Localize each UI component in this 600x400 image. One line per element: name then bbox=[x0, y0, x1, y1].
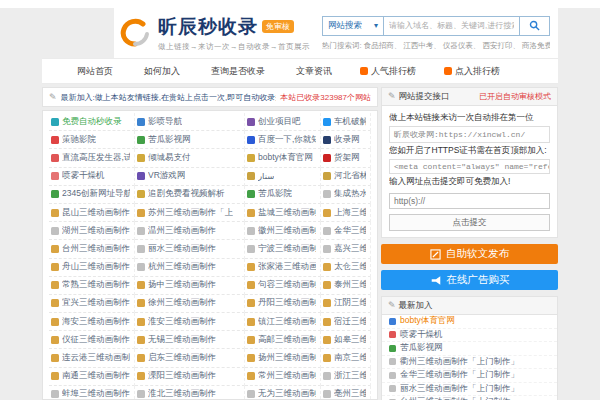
new-site-link[interactable]: 喷雾干燥机 bbox=[382, 329, 557, 343]
site-link[interactable]: 倾城易支付 bbox=[135, 149, 245, 167]
site-link[interactable]: bobty体育官网 bbox=[245, 149, 321, 167]
site-link[interactable]: 江阴三维动画制作「上 bbox=[321, 295, 371, 313]
site-link[interactable]: 金华三维动画制作「上 bbox=[321, 222, 371, 240]
site-link[interactable]: 启东三维动画制作 bbox=[135, 349, 245, 367]
url-input[interactable] bbox=[389, 193, 550, 209]
site-link[interactable]: 淮安三维动画制作 bbox=[135, 313, 245, 331]
site-link[interactable]: 镇江三维动画制作「上 bbox=[245, 313, 321, 331]
site-link[interactable]: 高邮三维动画制作「上 bbox=[245, 331, 321, 349]
favicon bbox=[323, 154, 331, 162]
site-link[interactable]: 无锡三维动画制作 bbox=[135, 331, 245, 349]
nav-item-label: 查询是否收录 bbox=[211, 65, 265, 78]
site-link[interactable]: 常熟三维动画制作「上 bbox=[49, 277, 135, 295]
site-link[interactable]: 台州三维动画制作「上 bbox=[49, 240, 135, 258]
site-link[interactable]: 河北省林业和草原局 bbox=[321, 168, 371, 186]
hot-words-list[interactable]: 食品招商、 江西中考、 仪器仪表、 西安打印、 商洛免费、 黄岛搬家、 市南搬家… bbox=[364, 41, 550, 50]
site-link[interactable]: 温州三维动画制作 bbox=[135, 222, 245, 240]
search-input[interactable] bbox=[384, 16, 520, 36]
site-link[interactable]: 宁波三维动画制作「上 bbox=[245, 240, 321, 258]
site-link-label: 收录网 bbox=[334, 134, 360, 146]
search-button[interactable] bbox=[520, 16, 550, 36]
site-link-label: 温州三维动画制作 bbox=[148, 225, 216, 237]
site-link-label: 无锡三维动画制作 bbox=[148, 334, 216, 346]
meta-code-box[interactable]: <meta content="always" name="referrer"> bbox=[389, 159, 550, 174]
site-link[interactable]: 策驰影院 bbox=[49, 131, 135, 149]
site-link[interactable]: 南通三维动画制作「上 bbox=[49, 368, 135, 386]
site-link[interactable]: 集成热水器 bbox=[321, 186, 371, 204]
site-link[interactable]: 免费自动秒收录 bbox=[49, 113, 135, 131]
site-link[interactable]: 浙江三维动画制作「上 bbox=[321, 368, 371, 386]
site-link[interactable]: 扬州三维动画制作「上 bbox=[245, 349, 321, 367]
site-link[interactable]: 太仓三维动画制作「上 bbox=[321, 259, 371, 277]
site-link[interactable]: 上海三维动画制作「上 bbox=[321, 204, 371, 222]
new-site-link[interactable]: 苦瓜影视网 bbox=[382, 342, 557, 356]
new-site-link[interactable]: 金华三维动画制作「上门制作」 bbox=[382, 369, 557, 383]
site-link[interactable]: 影喷导航 bbox=[135, 113, 245, 131]
site-link[interactable]: 苏州三维动画制作「上 bbox=[135, 204, 245, 222]
site-link[interactable]: 如皋三维动画制作「上 bbox=[321, 331, 371, 349]
search-category-select[interactable]: 网站搜索 ▾ bbox=[322, 16, 384, 36]
site-link[interactable]: 扬中三维动画制作 bbox=[135, 277, 245, 295]
site-link[interactable]: 宿迁三维动画制作「上 bbox=[321, 313, 371, 331]
site-link[interactable]: 嘉兴三维动画制作「上 bbox=[321, 240, 371, 258]
site-link[interactable]: 喷雾干燥机 bbox=[49, 168, 135, 186]
online-ad-buy-button[interactable]: 在线广告购买 bbox=[381, 270, 558, 290]
favicon bbox=[137, 136, 145, 144]
favicon bbox=[51, 263, 59, 271]
site-link[interactable]: 丹阳三维动画制作「上 bbox=[245, 295, 321, 313]
site-link[interactable]: 杭州三维动画制作 bbox=[135, 259, 245, 277]
site-link[interactable]: 盐城三维动画制作「上 bbox=[245, 204, 321, 222]
site-link[interactable]: 舟山三维动画制作「上 bbox=[49, 259, 135, 277]
nav-item[interactable]: 查询是否收录 bbox=[194, 65, 279, 78]
site-link-label: 宁波三维动画制作「上 bbox=[258, 243, 316, 255]
site-link[interactable]: 仪征三维动画制作「上 bbox=[49, 331, 135, 349]
site-link[interactable]: 淮北三维动画制作 bbox=[135, 386, 245, 400]
new-site-link[interactable]: bobty体育官网 bbox=[382, 315, 557, 329]
site-link-label: 溧阳三维动画制作 bbox=[148, 370, 216, 382]
favicon bbox=[137, 336, 145, 344]
site-link[interactable]: 百度一下,你就知道 bbox=[245, 131, 321, 149]
site-link[interactable]: سنار bbox=[245, 168, 321, 186]
new-site-link[interactable]: 丽水三维动画制作「上门制作」 bbox=[382, 383, 557, 397]
site-link[interactable]: 丽水三维动画制作 bbox=[135, 240, 245, 258]
site-link[interactable]: 收录网 bbox=[321, 131, 371, 149]
site-link[interactable]: 泰州三维动画制作「上 bbox=[321, 277, 371, 295]
submit-button[interactable]: 点击提交 bbox=[389, 214, 550, 231]
site-link[interactable]: 连云港三维动画制作 bbox=[49, 349, 135, 367]
site-link[interactable]: VR游戏网 bbox=[135, 168, 245, 186]
site-link[interactable]: 海安三维动画制作「上 bbox=[49, 313, 135, 331]
site-link[interactable]: 车机破解教程,汽车加 bbox=[321, 113, 371, 131]
site-link[interactable]: 2345创新网址导航自 bbox=[49, 186, 135, 204]
site-link-label: 上海三维动画制作「上 bbox=[334, 207, 366, 219]
nav-item[interactable]: 文章资讯 bbox=[279, 65, 346, 78]
self-article-publish-button[interactable]: 自助软文发布 bbox=[381, 244, 558, 264]
site-link[interactable]: 无为三维动画制作「上 bbox=[245, 386, 321, 400]
site-link[interactable]: 苦瓜影视网 bbox=[135, 131, 245, 149]
site-link[interactable]: 宜兴三维动画制作「上 bbox=[49, 295, 135, 313]
site-link[interactable]: 徐州三维动画制作 bbox=[135, 295, 245, 313]
nav-item[interactable]: 点入排行榜 bbox=[430, 65, 514, 78]
site-link[interactable]: 溧阳三维动画制作 bbox=[135, 368, 245, 386]
nav-item[interactable]: 网站首页 bbox=[60, 65, 127, 78]
site-link[interactable]: 蚌埠三维动画制作「上 bbox=[49, 386, 135, 400]
nav-item[interactable]: 如何加入 bbox=[127, 65, 194, 78]
site-link[interactable]: 苦瓜影院 bbox=[245, 186, 321, 204]
site-link[interactable]: 徽州三维动画制作「上 bbox=[245, 222, 321, 240]
site-link[interactable]: 亳州三维动画制作「上 bbox=[321, 386, 371, 400]
site-url-box[interactable]: 昕辰收录网:https://xincwl.cn/ bbox=[389, 126, 550, 143]
site-link[interactable]: 直流高压发生器,试验 bbox=[49, 149, 135, 167]
site-link[interactable]: 昆山三维动画制作「上 bbox=[49, 204, 135, 222]
site-logo[interactable]: 昕辰秒收录免审核 做上链接→来访一次→自动收录→首页展示 bbox=[119, 14, 310, 52]
site-link[interactable]: 创业项目吧 bbox=[245, 113, 321, 131]
new-site-link[interactable]: 台州三维动画制作「上门制作」 bbox=[382, 396, 557, 400]
site-link[interactable]: 货架网 bbox=[321, 149, 371, 167]
nav-item[interactable]: 人气排行榜 bbox=[346, 65, 430, 78]
site-link[interactable]: 湖州三维动画制作「上 bbox=[49, 222, 135, 240]
site-link[interactable]: 南京三维动画制作「上 bbox=[321, 349, 371, 367]
new-site-link[interactable]: 衢州三维动画制作「上门制作」 bbox=[382, 356, 557, 370]
site-link[interactable]: 常州三维动画制作「上 bbox=[245, 368, 321, 386]
site-link[interactable]: 句容三维动画制作「上 bbox=[245, 277, 321, 295]
site-link[interactable]: 张家港三维动画制作 bbox=[245, 259, 321, 277]
site-link[interactable]: 追剧免费看视频解析 bbox=[135, 186, 245, 204]
site-link-label: 苦瓜影视网 bbox=[148, 134, 191, 146]
